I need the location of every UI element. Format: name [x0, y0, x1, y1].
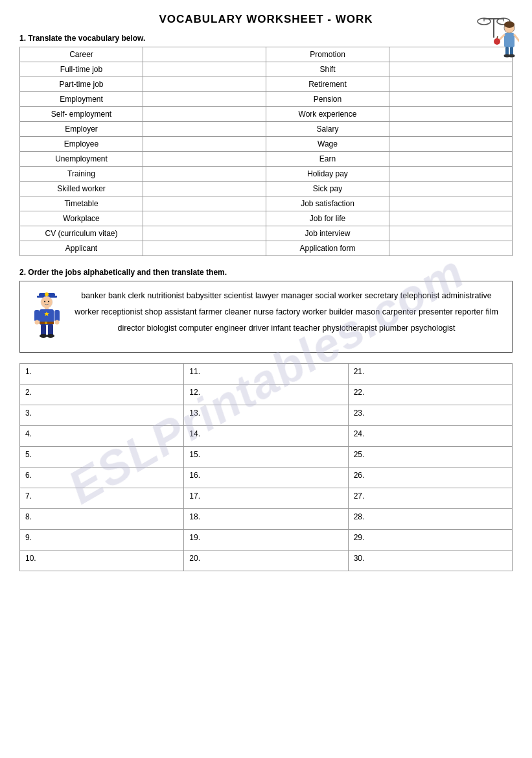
numbered-cell: 8.	[20, 509, 184, 530]
numbered-cell: 23.	[348, 405, 512, 426]
numbered-cell: 22.	[348, 385, 512, 405]
vocab-term: Timetable	[20, 196, 143, 211]
vocab-blank	[143, 62, 266, 77]
numbered-cell: 9.	[20, 530, 184, 551]
vocab-term: Skilled worker	[20, 182, 143, 196]
numbered-cell: 27.	[348, 488, 512, 509]
svg-point-16	[509, 54, 515, 58]
numbered-cell: 29.	[348, 530, 512, 551]
vocab-term: Workplace	[20, 211, 143, 226]
numbered-cell: 4.	[20, 426, 184, 447]
vocab-term: Salary	[266, 122, 389, 137]
svg-point-30	[35, 320, 40, 325]
svg-point-20	[41, 296, 52, 308]
svg-rect-0	[493, 18, 494, 38]
vocab-term: Employer	[20, 122, 143, 137]
vocab-term: Earn	[266, 152, 389, 167]
vocab-blank	[143, 77, 266, 92]
vocab-blank	[143, 152, 266, 167]
vocab-blank	[389, 107, 513, 122]
vocab-blank	[143, 182, 266, 196]
numbered-cell: 28.	[348, 509, 512, 530]
police-icon	[29, 288, 65, 346]
numbered-cell: 15.	[184, 447, 348, 468]
numbered-cell: 1.	[20, 364, 184, 385]
jobs-box: banker bank clerk nutritionist babysitte…	[19, 281, 513, 353]
vocab-blank	[143, 107, 266, 122]
vocab-term: Holiday pay	[266, 167, 389, 182]
numbered-cell: 2.	[20, 385, 184, 405]
numbered-cell: 16.	[184, 468, 348, 488]
vocab-blank	[389, 137, 513, 152]
vocab-term: Applicant	[20, 241, 143, 256]
svg-point-34	[40, 334, 47, 338]
svg-point-11	[494, 38, 500, 45]
vocab-term: CV (curriculum vitae)	[20, 226, 143, 241]
jobs-words: banker bank clerk nutritionist babysitte…	[70, 288, 503, 337]
numbered-cell: 18.	[184, 509, 348, 530]
vocab-term: Part-time job	[20, 77, 143, 92]
vocab-term: Job satisfaction	[266, 196, 389, 211]
numbered-cell: 21.	[348, 364, 512, 385]
vocab-blank	[389, 182, 513, 196]
vocab-term: Unemployment	[20, 152, 143, 167]
vocab-term: Wage	[266, 137, 389, 152]
numbered-cell: 14.	[184, 426, 348, 447]
vocab-blank	[389, 241, 513, 256]
vocab-blank	[389, 196, 513, 211]
numbered-cell: 10.	[20, 551, 184, 571]
svg-point-21	[44, 301, 45, 302]
svg-point-31	[55, 320, 60, 325]
vocab-blank	[143, 226, 266, 241]
top-illustration	[474, 12, 519, 64]
vocab-term: Self- employment	[20, 107, 143, 122]
svg-rect-26	[45, 322, 47, 324]
vocab-term: Sick pay	[266, 182, 389, 196]
svg-rect-8	[504, 33, 515, 47]
numbered-cell: 13.	[184, 405, 348, 426]
numbered-cell: 7.	[20, 488, 184, 509]
numbered-cell: 3.	[20, 405, 184, 426]
vocab-blank	[389, 122, 513, 137]
section1-label: 1. Translate the vocabulary below.	[19, 34, 513, 43]
numbered-cell: 12.	[184, 385, 348, 405]
vocab-blank	[143, 241, 266, 256]
vocab-term: Full-time job	[20, 62, 143, 77]
vocab-term: Job interview	[266, 226, 389, 241]
numbered-cell: 19.	[184, 530, 348, 551]
vocab-term: Training	[20, 167, 143, 182]
svg-rect-28	[34, 310, 40, 322]
vocab-blank	[389, 167, 513, 182]
numbered-cell: 30.	[348, 551, 512, 571]
vocab-term: Retirement	[266, 77, 389, 92]
numbered-cell: 6.	[20, 468, 184, 488]
svg-rect-29	[54, 310, 60, 322]
numbered-cell: 20.	[184, 551, 348, 571]
svg-point-22	[48, 301, 49, 302]
numbered-table: 1.11.21.2.12.22.3.13.23.4.14.24.5.15.25.…	[19, 363, 513, 571]
numbered-cell: 17.	[184, 488, 348, 509]
vocab-blank	[143, 92, 266, 107]
svg-line-10	[515, 35, 519, 41]
vocab-term: Promotion	[266, 47, 389, 62]
vocab-blank	[389, 152, 513, 167]
section2-label: 2. Order the jobs alphabetically and the…	[19, 268, 513, 277]
vocab-term: Job for life	[266, 211, 389, 226]
page-title: VOCABULARY WORKSHEET - WORK	[19, 13, 513, 26]
vocab-blank	[143, 122, 266, 137]
vocab-blank	[389, 92, 513, 107]
vocab-blank	[143, 167, 266, 182]
numbered-cell: 25.	[348, 447, 512, 468]
vocab-blank	[143, 137, 266, 152]
vocab-blank	[389, 211, 513, 226]
svg-line-12	[497, 36, 498, 38]
vocab-term: Employment	[20, 92, 143, 107]
vocab-blank	[143, 211, 266, 226]
vocab-term: Career	[20, 47, 143, 62]
vocab-blank	[143, 196, 266, 211]
jobs-section: 2. Order the jobs alphabetically and the…	[19, 268, 513, 353]
vocab-term: Pension	[266, 92, 389, 107]
svg-point-19	[45, 292, 49, 296]
vocab-blank	[143, 47, 266, 62]
numbered-cell: 26.	[348, 468, 512, 488]
